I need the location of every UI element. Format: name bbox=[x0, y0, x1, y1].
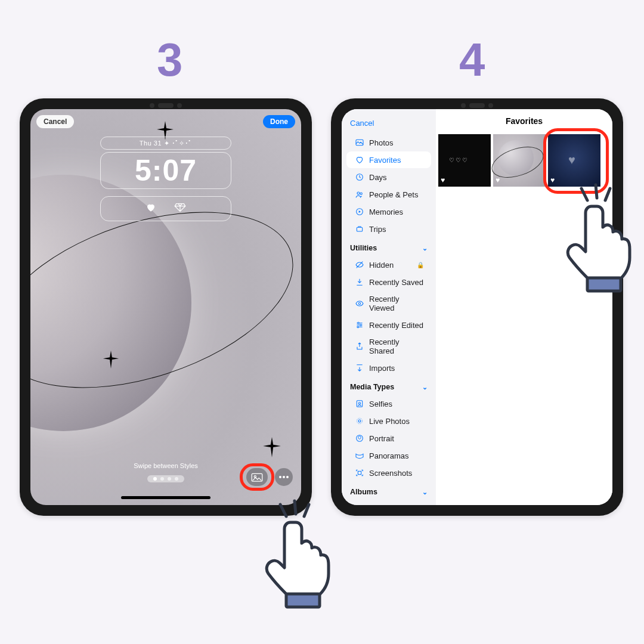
sidebar-label: Memories bbox=[369, 208, 403, 216]
time-widget[interactable]: 5:07 bbox=[100, 152, 231, 189]
sidebar-item-imports[interactable]: Imports bbox=[346, 360, 431, 376]
sliders-icon bbox=[355, 320, 364, 330]
sidebar-label: Photos bbox=[369, 138, 393, 147]
memories-icon bbox=[355, 207, 364, 216]
sidebar-item-recently-edited[interactable]: Recently Edited bbox=[346, 317, 431, 333]
ipad-notch bbox=[145, 103, 187, 108]
style-page-dots[interactable] bbox=[147, 475, 184, 482]
grid-title: Favorites bbox=[436, 116, 612, 126]
sidebar-item-live-photos[interactable]: Live Photos bbox=[346, 413, 431, 429]
lock-icon: 🔒 bbox=[417, 262, 424, 268]
choose-photo-button[interactable] bbox=[246, 468, 268, 486]
sidebar-label: People & Pets bbox=[369, 190, 418, 199]
portrait-icon bbox=[355, 434, 364, 443]
done-button[interactable]: Done bbox=[263, 115, 295, 128]
sidebar-label: Recently Saved bbox=[369, 278, 423, 287]
sidebar-item-favorites[interactable]: Favorites bbox=[346, 151, 431, 168]
photo-thumbnail[interactable]: ♡♡♡ ♥ bbox=[438, 134, 491, 187]
svg-rect-8 bbox=[286, 594, 320, 607]
sidebar-label: Portrait bbox=[369, 434, 394, 443]
share-icon bbox=[355, 342, 364, 351]
sidebar-label: Imports bbox=[369, 364, 395, 373]
svg-point-11 bbox=[357, 192, 360, 194]
step-number-4: 4 bbox=[459, 33, 485, 87]
sidebar-label: Recently Shared bbox=[369, 338, 424, 355]
diamond-icon bbox=[174, 203, 186, 215]
section-albums[interactable]: Albums ⌄ bbox=[342, 482, 436, 500]
sidebar-label: Selfies bbox=[369, 400, 392, 408]
sidebar-label: Favorites bbox=[369, 156, 401, 165]
sidebar-item-selfies[interactable]: Selfies bbox=[346, 395, 431, 412]
svg-rect-25 bbox=[358, 471, 361, 474]
ipad-frame-step3: Cancel Done Thu 31 ✦ ･ﾟ✧･ﾟ 5:07 Swipe be… bbox=[20, 98, 312, 516]
cancel-button[interactable]: Cancel bbox=[342, 112, 436, 134]
section-media-types[interactable]: Media Types ⌄ bbox=[342, 377, 436, 395]
favorite-icon: ♥ bbox=[496, 176, 500, 184]
svg-point-19 bbox=[357, 326, 359, 328]
svg-point-2 bbox=[279, 476, 281, 478]
chevron-down-icon: ⌄ bbox=[422, 488, 428, 496]
more-button[interactable] bbox=[275, 468, 293, 486]
cancel-button[interactable]: Cancel bbox=[36, 115, 74, 128]
svg-point-4 bbox=[286, 476, 289, 478]
svg-point-16 bbox=[358, 302, 360, 304]
svg-point-21 bbox=[358, 402, 360, 404]
sidebar-item-hidden[interactable]: Hidden 🔒 bbox=[346, 256, 431, 273]
sidebar-label: Hidden bbox=[369, 261, 394, 270]
picker-sidebar: Cancel Photos Favorites Days People & Pe… bbox=[342, 109, 436, 505]
lockscreen-editor: Cancel Done Thu 31 ✦ ･ﾟ✧･ﾟ 5:07 Swipe be… bbox=[30, 109, 301, 505]
sidebar-item-portrait[interactable]: Portrait bbox=[346, 430, 431, 447]
swipe-hint: Swipe between Styles bbox=[134, 462, 198, 469]
sidebar-item-trips[interactable]: Trips bbox=[346, 221, 431, 237]
sidebar-item-recently-shared[interactable]: Recently Shared bbox=[346, 334, 431, 359]
photo-thumbnail[interactable]: ♥ bbox=[493, 134, 546, 187]
svg-point-12 bbox=[360, 193, 362, 194]
sidebar-label: Panoramas bbox=[369, 451, 408, 460]
sidebar-item-photos[interactable]: Photos bbox=[346, 134, 431, 151]
svg-point-23 bbox=[357, 418, 362, 423]
sidebar-item-recently-saved[interactable]: Recently Saved bbox=[346, 274, 431, 290]
svg-rect-14 bbox=[357, 227, 362, 231]
people-icon bbox=[355, 190, 364, 199]
sidebar-item-memories[interactable]: Memories bbox=[346, 203, 431, 220]
sparkle-icon bbox=[102, 351, 120, 369]
photo-thumbnail[interactable]: ♥ ♥ bbox=[548, 134, 600, 187]
svg-point-17 bbox=[358, 322, 360, 324]
section-label: Utilities bbox=[350, 244, 377, 252]
photo-picker: Cancel Photos Favorites Days People & Pe… bbox=[342, 109, 612, 505]
sidebar-item-days[interactable]: Days bbox=[346, 169, 431, 185]
bottom-widget-slot[interactable] bbox=[100, 196, 231, 221]
selfies-icon bbox=[355, 399, 364, 408]
sidebar-item-panoramas[interactable]: Panoramas bbox=[346, 447, 431, 464]
sidebar-label: Recently Edited bbox=[369, 321, 423, 330]
sidebar-label: Live Photos bbox=[369, 417, 410, 426]
import-icon bbox=[355, 363, 364, 373]
chevron-down-icon: ⌄ bbox=[422, 383, 428, 391]
download-icon bbox=[355, 277, 364, 287]
chevron-down-icon: ⌄ bbox=[422, 244, 428, 252]
favorite-icon: ♥ bbox=[441, 176, 445, 184]
trips-icon bbox=[355, 224, 364, 234]
sidebar-item-recently-viewed[interactable]: Recently Viewed bbox=[346, 291, 431, 316]
photos-icon bbox=[355, 138, 364, 147]
svg-rect-20 bbox=[357, 401, 362, 407]
screenshots-icon bbox=[355, 468, 364, 478]
eye-icon bbox=[355, 299, 364, 308]
sidebar-label: Recently Viewed bbox=[369, 295, 424, 312]
favorite-icon: ♥ bbox=[550, 176, 555, 184]
heart-icon bbox=[145, 202, 156, 215]
date-widget[interactable]: Thu 31 ✦ ･ﾟ✧･ﾟ bbox=[100, 137, 231, 150]
sidebar-label: Days bbox=[369, 173, 387, 182]
tap-indicator-icon bbox=[256, 501, 352, 608]
sidebar-item-people[interactable]: People & Pets bbox=[346, 186, 431, 203]
svg-point-3 bbox=[283, 476, 285, 478]
home-indicator bbox=[121, 496, 210, 499]
heart-icon bbox=[355, 155, 364, 165]
section-utilities[interactable]: Utilities ⌄ bbox=[342, 238, 436, 256]
hidden-icon bbox=[355, 260, 364, 270]
sidebar-item-screenshots[interactable]: Screenshots bbox=[346, 465, 431, 481]
section-label: Media Types bbox=[350, 383, 394, 391]
hearts-icon: ♡♡♡ bbox=[449, 157, 469, 163]
photo-grid: Favorites ♡♡♡ ♥ ♥ ♥ ♥ bbox=[436, 109, 612, 505]
live-photos-icon bbox=[355, 416, 364, 426]
